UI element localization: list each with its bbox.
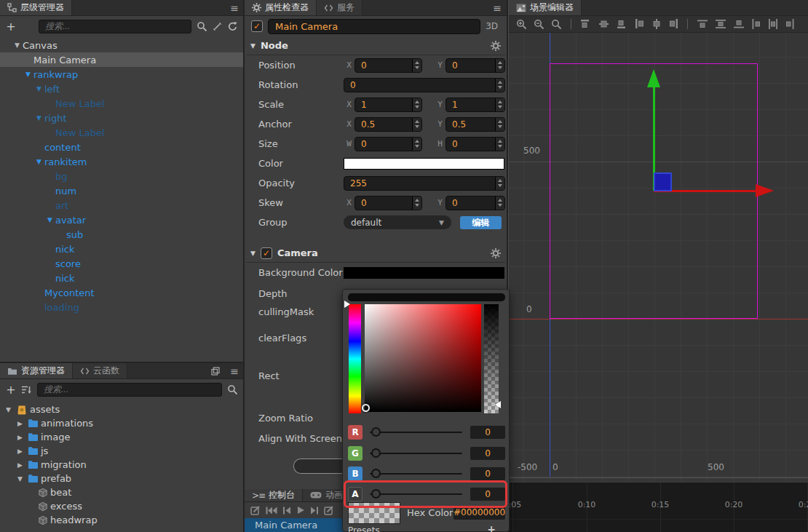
tree-node-nick[interactable]: nick	[0, 242, 244, 256]
chevron-down-icon[interactable]: ▼	[250, 250, 256, 257]
chevron-down-icon[interactable]: ▼	[44, 216, 55, 223]
gear-icon[interactable]	[491, 41, 501, 51]
chevron-right-icon[interactable]: ▶	[15, 434, 25, 441]
collapse-all-icon[interactable]	[213, 22, 222, 31]
size-h-field[interactable]: 0	[445, 137, 505, 151]
stepper[interactable]	[495, 177, 504, 190]
chevron-down-icon[interactable]: ▼	[250, 42, 256, 49]
red-slider-track[interactable]	[370, 432, 462, 433]
zoom-out-icon[interactable]	[534, 19, 544, 30]
edit-icon[interactable]	[324, 506, 334, 515]
align-bottom-icon[interactable]	[617, 19, 628, 29]
hierarchy-search-input[interactable]	[39, 20, 191, 33]
chevron-down-icon[interactable]: ▼	[23, 71, 33, 78]
tree-node-loading[interactable]: loading	[0, 300, 244, 314]
align-center-icon[interactable]	[651, 18, 662, 30]
gear-icon[interactable]	[491, 248, 501, 258]
skip-to-start-icon[interactable]	[266, 507, 277, 515]
refresh-icon[interactable]	[227, 21, 238, 32]
hue-slider[interactable]	[349, 304, 361, 413]
panel-divider[interactable]	[0, 362, 244, 363]
edit-icon[interactable]	[250, 506, 261, 515]
tree-node-content[interactable]: content	[0, 140, 244, 154]
stepper[interactable]	[495, 138, 504, 151]
timeline-panel[interactable]: 0:05 0:10 0:15 0:20 0:25	[508, 482, 808, 532]
tree-node-score[interactable]: score	[0, 256, 244, 271]
float-window-icon[interactable]	[206, 363, 225, 378]
color-preview-bar[interactable]	[348, 293, 505, 301]
hex-color-field[interactable]: #00000000	[453, 506, 505, 520]
blue-slider-track[interactable]	[370, 473, 462, 475]
step-forward-icon[interactable]	[310, 507, 319, 515]
alpha-slider-track[interactable]	[370, 493, 462, 495]
zoom-reset-icon[interactable]	[551, 19, 562, 30]
red-slider-handle[interactable]	[371, 427, 381, 437]
camera-section-header[interactable]: ▼ ✓ Camera	[245, 244, 507, 262]
asset-prefab-excess[interactable]: excess	[0, 499, 244, 513]
tree-node-main-camera[interactable]: Main Camera	[0, 52, 244, 67]
group-select[interactable]: default▼	[344, 215, 451, 229]
tree-node-nick[interactable]: nick	[0, 271, 244, 285]
asset-folder-animations[interactable]: ▶animations	[0, 416, 244, 430]
opacity-field[interactable]: 255	[344, 176, 505, 191]
stepper[interactable]	[495, 98, 504, 111]
alpha-slider-handle[interactable]	[371, 489, 381, 499]
tree-node-new-label[interactable]: New Label	[0, 96, 244, 111]
anchor-x-field[interactable]: 0.5	[355, 117, 422, 132]
chevron-right-icon[interactable]: ▶	[15, 420, 25, 427]
anchor-y-field[interactable]: 0.5	[445, 117, 505, 132]
stepper[interactable]	[412, 138, 421, 151]
green-slider-handle[interactable]	[371, 448, 381, 458]
alpha-value-field[interactable]: 0	[470, 488, 505, 501]
tree-node-sub[interactable]: sub	[0, 227, 244, 242]
align-top-icon[interactable]	[580, 19, 592, 29]
tree-node-art[interactable]: art	[0, 198, 244, 213]
tree-node-new-label[interactable]: New Label	[0, 125, 244, 140]
chevron-down-icon[interactable]: ▼	[15, 475, 25, 483]
skew-x-field[interactable]: 0	[355, 196, 422, 210]
node-active-checkbox[interactable]: ✓	[251, 20, 263, 32]
green-value-field[interactable]: 0	[470, 447, 505, 460]
asset-assets-root[interactable]: ▼assets	[0, 402, 244, 416]
asset-folder-migration[interactable]: ▶migration	[0, 458, 244, 472]
search-icon[interactable]	[197, 21, 207, 32]
play-icon[interactable]	[296, 506, 305, 515]
tab-console[interactable]: >≡ 控制台	[245, 489, 303, 501]
create-node-button[interactable]: +	[6, 20, 16, 33]
background-color-swatch[interactable]	[344, 267, 504, 279]
tree-node-avatar[interactable]: ▼avatar	[0, 213, 244, 227]
chevron-down-icon[interactable]: ▼	[33, 158, 44, 165]
hue-handle[interactable]	[344, 301, 350, 308]
distribute-bottom-icon[interactable]	[733, 19, 745, 29]
position-x-field[interactable]: 0	[355, 58, 422, 73]
distribute-right-icon[interactable]	[785, 18, 795, 30]
gizmo-y-arrow[interactable]	[647, 69, 660, 87]
position-y-field[interactable]: 0	[445, 58, 505, 73]
tree-node-rankitem[interactable]: ▼rankitem	[0, 154, 244, 169]
tab-scene-editor[interactable]: 场景编辑器	[509, 0, 582, 15]
asset-prefab-headwrap[interactable]: headwrap	[0, 513, 244, 527]
zoom-in-icon[interactable]	[516, 19, 527, 30]
size-w-field[interactable]: 0	[355, 137, 422, 151]
stepper[interactable]	[412, 118, 421, 131]
distribute-left-icon[interactable]	[751, 18, 761, 30]
scale-y-field[interactable]: 1	[445, 98, 505, 112]
saturation-value-box[interactable]	[365, 304, 481, 412]
blue-slider-handle[interactable]	[371, 469, 381, 478]
align-left-icon[interactable]	[635, 18, 645, 30]
search-icon[interactable]	[227, 384, 238, 395]
step-back-icon[interactable]	[282, 507, 291, 515]
alpha-handle[interactable]	[495, 401, 501, 408]
tree-node-bg[interactable]: bg	[0, 169, 244, 183]
tree-node-mycontent[interactable]: Mycontent	[0, 285, 244, 300]
tree-node-canvas[interactable]: ▼Canvas	[0, 38, 244, 52]
assets-search-input[interactable]	[37, 383, 222, 397]
tab-cloud-functions[interactable]: 云函数	[73, 363, 127, 378]
chevron-right-icon[interactable]: ▶	[15, 448, 25, 455]
blue-value-field[interactable]: 0	[470, 467, 505, 480]
scene-viewport[interactable]: 500 0 -500 0 500	[509, 33, 808, 482]
stepper[interactable]	[495, 118, 504, 131]
sort-icon[interactable]	[21, 385, 32, 394]
asset-folder-image[interactable]: ▶image	[0, 430, 244, 444]
asset-folder-js[interactable]: ▶js	[0, 444, 244, 458]
